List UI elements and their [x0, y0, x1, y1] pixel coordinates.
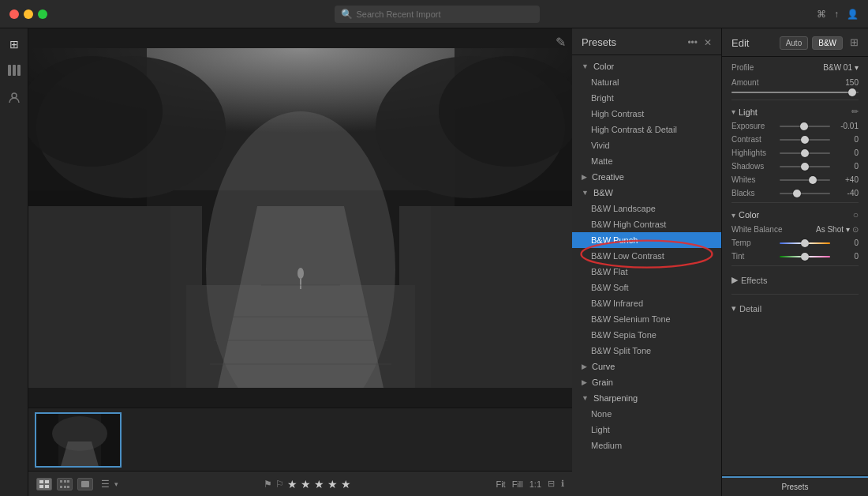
people-icon[interactable]	[8, 92, 21, 106]
preset-group-sharpening[interactable]: ▼ Sharpening	[572, 390, 721, 406]
preset-bw-punch[interactable]: B&W Punch	[572, 232, 721, 248]
grid-view-icon[interactable]: ⊞	[850, 36, 859, 50]
search-input-wrap[interactable]: 🔍	[335, 6, 540, 23]
profile-label: Profile	[731, 63, 754, 72]
view-grid-medium[interactable]	[57, 478, 73, 490]
blacks-thumb[interactable]	[793, 190, 801, 197]
share-icon[interactable]: ↑	[834, 9, 839, 20]
sort-chevron[interactable]: ▾	[114, 480, 118, 488]
tab-presets[interactable]: Presets	[722, 476, 868, 496]
preset-vivid[interactable]: Vivid	[572, 137, 721, 153]
filter-icon[interactable]: ⌘	[817, 9, 826, 20]
temp-slider[interactable]	[780, 242, 830, 244]
preset-bw-sepia-tone[interactable]: B&W Sepia Tone	[572, 327, 721, 343]
highlights-thumb[interactable]	[801, 149, 809, 157]
shadows-slider[interactable]	[780, 166, 830, 167]
exposure-slider[interactable]	[780, 126, 830, 127]
preset-sharpening-none[interactable]: None	[572, 406, 721, 422]
highlights-slider[interactable]	[780, 152, 830, 154]
star-2[interactable]: ★	[301, 478, 311, 490]
preset-matte[interactable]: Matte	[572, 153, 721, 169]
preset-bw-low-contrast[interactable]: B&W Low Contrast	[572, 248, 721, 264]
view-grid-small[interactable]	[36, 478, 52, 490]
whites-slider[interactable]	[780, 179, 830, 181]
light-chevron[interactable]: ▾	[731, 107, 735, 116]
preset-bw-landscape[interactable]: B&W Landscape	[572, 201, 721, 216]
presets-more-icon[interactable]: •••	[687, 37, 698, 48]
detail-section[interactable]: ▾ Detail	[731, 299, 859, 318]
info-icon[interactable]: ℹ	[561, 479, 564, 489]
maximize-button[interactable]	[38, 9, 47, 19]
blacks-row: Blacks -40	[731, 189, 859, 197]
preset-group-grain[interactable]: ▶ Grain	[572, 374, 721, 390]
exposure-thumb[interactable]	[800, 122, 808, 130]
flag-icon[interactable]: ⚑	[264, 479, 272, 490]
tint-thumb[interactable]	[801, 253, 809, 261]
whites-thumb[interactable]	[809, 176, 817, 184]
svg-rect-0	[8, 65, 11, 76]
amount-slider-wrap[interactable]	[731, 92, 859, 93]
preset-high-contrast-detail[interactable]: High Contrast & Detail	[572, 122, 721, 137]
preset-bw-infrared[interactable]: B&W Infrared	[572, 295, 721, 311]
preset-bright[interactable]: Bright	[572, 90, 721, 106]
preset-bw-high-contrast[interactable]: B&W High Contrast	[572, 216, 721, 232]
close-button[interactable]	[9, 9, 19, 19]
preset-bw-selenium-tone[interactable]: B&W Selenium Tone	[572, 311, 721, 327]
preset-bw-soft[interactable]: B&W Soft	[572, 280, 721, 295]
preset-group-creative[interactable]: ▶ Creative	[572, 169, 721, 185]
svg-point-3	[12, 93, 17, 98]
blacks-slider[interactable]	[780, 193, 830, 194]
effects-section[interactable]: ▶ Effects	[731, 271, 859, 289]
svg-rect-36	[67, 480, 69, 483]
preset-natural[interactable]: Natural	[572, 74, 721, 90]
svg-rect-35	[64, 480, 66, 483]
preset-group-bw[interactable]: ▼ B&W	[572, 185, 721, 201]
compare-icon[interactable]: ⊟	[548, 479, 555, 489]
sort-icon[interactable]: ☰	[101, 479, 110, 490]
shadows-thumb[interactable]	[801, 163, 809, 171]
preset-group-curve[interactable]: ▶ Curve	[572, 359, 721, 374]
svg-rect-32	[39, 485, 43, 488]
blacks-label: Blacks	[731, 189, 775, 197]
fit-label[interactable]: Fit	[496, 479, 505, 489]
wb-value[interactable]: As Shot ▾ ⊙	[816, 225, 859, 234]
edit-panel: Edit Auto B&W ⊞ Profile B&W 01 ▾ Amount …	[722, 28, 868, 496]
user-icon[interactable]: 👤	[847, 9, 859, 20]
view-single[interactable]	[77, 478, 93, 490]
color-circle-icon[interactable]: ○	[853, 209, 859, 220]
star-1[interactable]: ★	[287, 478, 297, 490]
thumbnail[interactable]	[35, 412, 122, 468]
temp-thumb[interactable]	[801, 239, 809, 247]
preset-high-contrast[interactable]: High Contrast	[572, 106, 721, 122]
library-icon[interactable]	[8, 65, 21, 78]
profile-value[interactable]: B&W 01 ▾	[823, 63, 859, 72]
flag-filled-icon[interactable]: ⚐	[275, 479, 284, 490]
fill-label[interactable]: Fill	[512, 479, 523, 489]
amount-slider-thumb[interactable]	[848, 88, 856, 96]
light-pencil-icon[interactable]: ✏	[851, 107, 859, 117]
preset-bw-split-tone[interactable]: B&W Split Tone	[572, 343, 721, 359]
contrast-thumb[interactable]	[801, 136, 809, 144]
presets-close-icon[interactable]: ✕	[704, 37, 712, 48]
star-3[interactable]: ★	[314, 478, 324, 490]
preset-sharpening-medium[interactable]: Medium	[572, 438, 721, 453]
presets-header-icons: ••• ✕	[687, 37, 712, 48]
ratio-label[interactable]: 1:1	[529, 479, 541, 489]
grid-icon[interactable]: ⊞	[9, 38, 19, 51]
wb-eye-icon[interactable]: ⊙	[852, 225, 859, 234]
preset-bw-flat[interactable]: B&W Flat	[572, 264, 721, 280]
highlights-label: Highlights	[731, 148, 775, 157]
photo-edit-icon[interactable]: ✎	[556, 35, 566, 50]
preset-sharpening-light[interactable]: Light	[572, 422, 721, 438]
preset-group-color[interactable]: ▼ Color	[572, 58, 721, 74]
contrast-slider[interactable]	[780, 139, 830, 141]
tint-slider[interactable]	[780, 256, 830, 257]
star-4[interactable]: ★	[327, 478, 338, 490]
minimize-button[interactable]	[24, 9, 33, 19]
color-chevron[interactable]: ▾	[731, 211, 735, 220]
search-input[interactable]	[357, 9, 533, 19]
svg-rect-15	[28, 206, 170, 388]
auto-button[interactable]: Auto	[780, 36, 809, 50]
bw-button[interactable]: B&W	[812, 36, 843, 50]
star-5[interactable]: ★	[341, 478, 351, 490]
